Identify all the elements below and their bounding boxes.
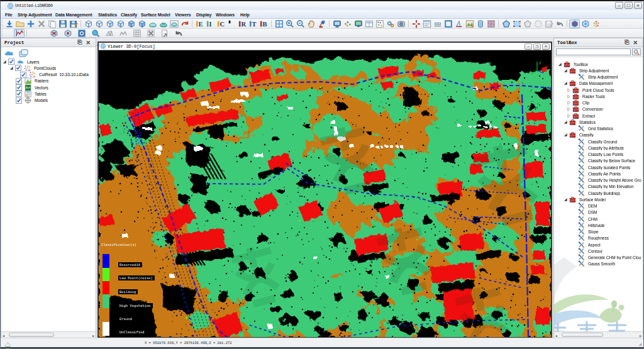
svg-text:T: T xyxy=(252,21,256,28)
svg-text:Building: Building xyxy=(119,290,136,294)
svg-text:Classification(s): Classification(s) xyxy=(101,243,136,247)
svg-text:UnClassified: UnClassified xyxy=(119,330,145,335)
svg-text:Low Point(noise): Low Point(noise) xyxy=(119,276,153,280)
svg-text:E: E xyxy=(198,21,203,28)
svg-text:R: R xyxy=(241,21,246,28)
svg-text:Ground: Ground xyxy=(119,317,132,321)
svg-text:C: C xyxy=(219,21,225,28)
svg-text:Reserved14: Reserved14 xyxy=(119,263,141,267)
svg-text:B: B xyxy=(262,21,267,28)
svg-text:I: I xyxy=(209,21,211,28)
svg-text:z: z xyxy=(539,60,541,65)
svg-text:High Vegetation: High Vegetation xyxy=(119,304,151,308)
